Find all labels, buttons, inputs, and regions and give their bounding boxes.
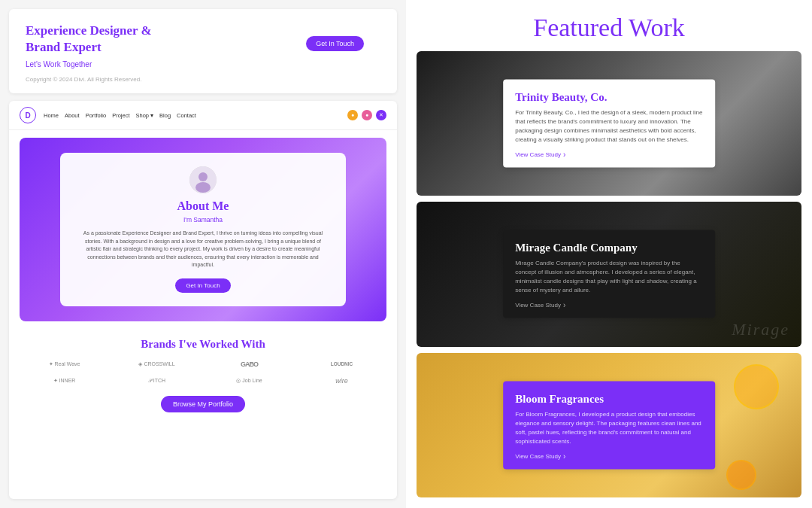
- card-trinity-content: Trinity Beauty, Co. For Trinity Beauty, …: [503, 80, 715, 168]
- website-card: D Home About Portfolio Project Shop ▾ Bl…: [9, 101, 397, 499]
- hero-get-in-touch-button[interactable]: Get In Touch: [175, 278, 230, 293]
- featured-card-bloom: Bloom Fragrances For Bloom Fragrances, I…: [417, 353, 801, 497]
- brand-pitch: 𝒫ITCH: [112, 375, 201, 387]
- hero-avatar: [189, 166, 217, 193]
- nav-portfolio[interactable]: Portfolio: [86, 112, 107, 119]
- nav-icon-pink[interactable]: ●: [362, 110, 372, 120]
- card-trinity-company: Trinity Beauty, Co.: [515, 90, 703, 104]
- featured-cards: Trinity Beauty, Co. For Trinity Beauty, …: [406, 51, 812, 508]
- hero-section: About Me I'm Samantha As a passionate Ex…: [20, 138, 386, 321]
- brands-section: Brands I've Worked With ✦Real Wave ◈CROS…: [9, 329, 397, 421]
- brand-gabo: GABO: [205, 358, 294, 370]
- mirage-watermark: Mirage: [732, 320, 789, 339]
- card-trinity-link[interactable]: View Case Study ›: [515, 151, 703, 159]
- nav-contact[interactable]: Contact: [177, 112, 196, 119]
- copyright-text: Copyright © 2024 Divi. All Rights Reserv…: [26, 76, 380, 83]
- hero-description: As a passionate Experience Designer and …: [78, 230, 329, 269]
- card-bloom-link[interactable]: View Case Study ›: [515, 452, 703, 460]
- card-bloom-content: Bloom Fragrances For Bloom Fragrances, I…: [503, 381, 715, 469]
- card-bloom-company: Bloom Fragrances: [515, 391, 703, 405]
- nav-logo: D: [20, 107, 36, 123]
- nav-bar: D Home About Portfolio Project Shop ▾ Bl…: [9, 101, 397, 130]
- card-mirage-description: Mirage Candle Company's product design w…: [515, 259, 703, 295]
- get-in-touch-button-top[interactable]: Get In Touch: [306, 36, 364, 51]
- featured-work-title: Featured Work: [406, 0, 812, 51]
- nav-project[interactable]: Project: [112, 112, 129, 119]
- nav-icon-orange[interactable]: ●: [347, 110, 358, 120]
- top-card-inner: Experience Designer & Brand Expert Let's…: [26, 23, 380, 68]
- nav-about[interactable]: About: [65, 112, 80, 119]
- right-panel: Featured Work Trinity Beauty, Co. For Tr…: [406, 0, 812, 508]
- card-trinity-description: For Trinity Beauty, Co., I led the desig…: [515, 108, 703, 144]
- nav-shop[interactable]: Shop ▾: [135, 112, 153, 119]
- brand-loudnic: LOUDNIC: [297, 358, 386, 370]
- svg-point-1: [198, 172, 208, 181]
- brand-wire: wire: [297, 375, 386, 387]
- hero-title: About Me: [78, 199, 329, 213]
- arrow-icon: ›: [563, 151, 565, 159]
- citrus-decoration-2: [726, 460, 756, 490]
- featured-card-trinity: Trinity Beauty, Co. For Trinity Beauty, …: [417, 51, 801, 196]
- hero-subtitle: I'm Samantha: [78, 216, 329, 224]
- brands-grid: ✦Real Wave ◈CROSSWILL GABO LOUDNIC ✦INNE…: [20, 358, 386, 387]
- nav-links: Home About Portfolio Project Shop ▾ Blog…: [44, 112, 340, 119]
- hero-inner-card: About Me I'm Samantha As a passionate Ex…: [60, 153, 347, 306]
- brand-crosswill: ◈CROSSWILL: [112, 358, 201, 370]
- arrow-icon-mirage: ›: [563, 301, 565, 309]
- svg-point-2: [195, 182, 211, 193]
- brands-title: Brands I've Worked With: [20, 338, 386, 351]
- brand-inner: ✦INNER: [20, 375, 109, 387]
- card-mirage-company: Mirage Candle Company: [515, 241, 703, 254]
- nav-icon-purple[interactable]: ✕: [376, 110, 386, 120]
- top-card: Experience Designer & Brand Expert Let's…: [9, 9, 397, 93]
- card-mirage-link[interactable]: View Case Study ›: [515, 301, 703, 309]
- card-bloom-description: For Bloom Fragrances, I developed a prod…: [515, 409, 703, 446]
- nav-home[interactable]: Home: [44, 112, 59, 119]
- arrow-icon-bloom: ›: [563, 452, 565, 460]
- brand-realwave: ✦Real Wave: [20, 358, 109, 370]
- browse-portfolio-button[interactable]: Browse My Portfolio: [161, 396, 245, 412]
- citrus-decoration-1: [734, 364, 779, 409]
- left-panel: Experience Designer & Brand Expert Let's…: [0, 0, 406, 508]
- nav-blog[interactable]: Blog: [159, 112, 171, 119]
- brand-jobline: ◎Job Line: [205, 375, 294, 387]
- featured-card-mirage: Mirage Mirage Candle Company Mirage Cand…: [417, 202, 801, 346]
- top-card-subtitle: Let's Work Together: [26, 60, 380, 68]
- nav-icons: ● ● ✕: [347, 110, 386, 120]
- card-mirage-content: Mirage Candle Company Mirage Candle Comp…: [503, 230, 715, 318]
